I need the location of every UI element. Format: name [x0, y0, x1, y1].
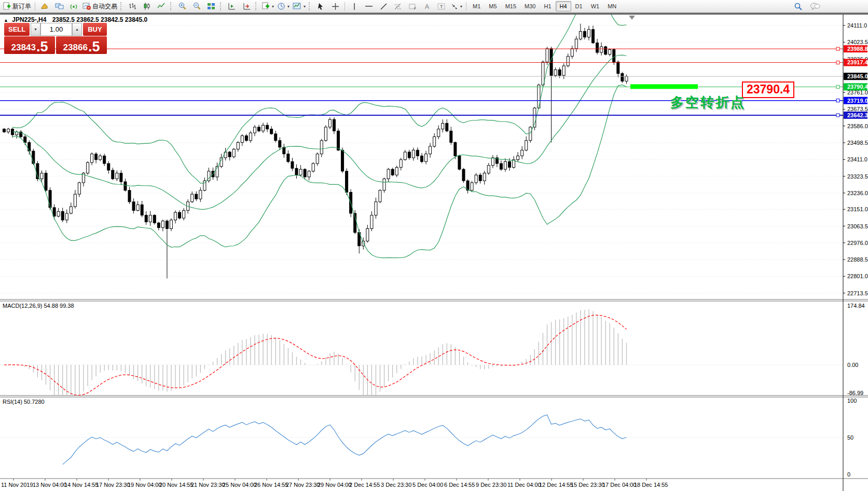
bar-chart-button[interactable] [125, 1, 140, 11]
highlight-bar[interactable] [630, 84, 698, 89]
tile-windows-button[interactable] [204, 1, 218, 11]
candle [562, 66, 565, 75]
candle [604, 47, 607, 54]
volume-decrease-button[interactable]: ▾ [31, 23, 40, 36]
candlestick-chart-button[interactable] [140, 1, 154, 11]
candle [245, 136, 247, 141]
toolbar-grip [255, 2, 258, 10]
toolbar-grip [170, 2, 173, 10]
candle [112, 170, 114, 179]
timeframe-m30[interactable]: M30 [520, 1, 540, 11]
timeframe-d1[interactable]: D1 [571, 1, 587, 11]
time-axis-label: 17 Dec 04:00 [602, 482, 636, 488]
macd-scale-label: 174.84 [847, 303, 865, 309]
candle [199, 190, 202, 199]
vertical-line-tool-button[interactable] [347, 1, 362, 11]
buy-price-box[interactable]: 23866 .5 [56, 36, 107, 54]
zoom-out-button[interactable] [189, 1, 204, 11]
time-axis-label: 25 Nov 04:00 [223, 482, 256, 488]
templates-button[interactable]: ▾ [291, 1, 307, 11]
candle [49, 190, 51, 208]
candle [316, 154, 319, 163]
toolbar-grip [120, 2, 123, 10]
cursor-tool-button[interactable] [313, 1, 328, 11]
sell-price-box[interactable]: 23843 .5 [4, 36, 55, 54]
price-tick-label: 22976.0 [847, 240, 868, 246]
auto-scroll-button[interactable] [225, 1, 239, 11]
macd-indicator-label: MACD(12,26,9) 54.88 99.38 [3, 303, 74, 309]
divider [466, 2, 466, 11]
candle [450, 131, 452, 142]
candle [462, 169, 465, 181]
terminal-button[interactable] [52, 1, 66, 11]
crosshair-icon [332, 3, 339, 10]
candle [124, 182, 127, 190]
text-tool-button[interactable]: A [420, 1, 434, 11]
candle [387, 169, 390, 179]
chart-shift-button[interactable] [239, 1, 254, 11]
candle [107, 163, 110, 170]
buy-price-fraction: .5 [88, 42, 100, 53]
level-anchor[interactable] [836, 61, 839, 64]
price-axis-label-text: 23988.8 [847, 46, 868, 52]
candle [291, 161, 294, 168]
timeframe-h4[interactable]: H4 [556, 1, 571, 11]
price-tick-label: 24023.5 [847, 39, 868, 45]
candle [7, 129, 10, 132]
time-axis-label: 20 Nov 14:55 [159, 482, 193, 488]
line-chart-button[interactable] [154, 1, 169, 11]
channel-tool-button[interactable]: F [405, 1, 420, 11]
chat-icon[interactable] [810, 2, 820, 10]
fibonacci-tool-button[interactable] [391, 1, 405, 11]
level-anchor[interactable] [836, 47, 839, 50]
zoom-in-button[interactable] [175, 1, 189, 11]
timeframe-w1[interactable]: W1 [587, 1, 604, 11]
level-anchor[interactable] [836, 114, 839, 117]
time-axis-label: 12 Dec 14:55 [539, 482, 573, 488]
indicators-button[interactable]: ▾ [260, 1, 275, 11]
price-tick-label: 23323.5 [847, 173, 868, 180]
new-order-button[interactable]: 新订单 [1, 1, 33, 11]
toolbar-grip [309, 2, 312, 10]
search-icon[interactable] [794, 2, 803, 11]
chart-canvas[interactable]: 24111.024023.523936.023761.023673.523586… [0, 0, 868, 491]
candle [487, 166, 490, 173]
price-callout-box[interactable]: 23790.4 [742, 81, 794, 98]
label-tool-button[interactable]: T [434, 1, 449, 11]
collapse-panel-icon[interactable]: ▲ [4, 18, 8, 23]
candle [132, 202, 135, 211]
chart-shift-marker[interactable] [629, 16, 635, 20]
crosshair-tool-button[interactable] [328, 1, 342, 11]
new-chart-button[interactable] [37, 1, 52, 11]
timeframe-m15[interactable]: M15 [501, 1, 520, 11]
horizontal-line-tool-button[interactable] [362, 1, 376, 11]
candle [232, 149, 235, 157]
timeframe-m5[interactable]: M5 [485, 1, 501, 11]
trendline-tool-button[interactable] [376, 1, 391, 11]
arrows-tool-button[interactable]: ▾ [449, 1, 464, 11]
level-anchor[interactable] [836, 85, 839, 88]
candle [521, 150, 523, 156]
buy-button[interactable]: BUY [83, 23, 107, 36]
sell-button[interactable]: SELL [4, 23, 30, 36]
periods-button[interactable]: ▾ [275, 1, 291, 11]
candle [178, 212, 181, 218]
price-tick-label: 22801.0 [847, 273, 868, 279]
time-axis-label: 27 Nov 23:30 [286, 482, 320, 488]
candle [254, 127, 256, 133]
signals-button[interactable] [66, 1, 81, 11]
timeframe-mn[interactable]: MN [603, 1, 621, 11]
auto-scroll-icon [228, 2, 236, 10]
svg-text:A: A [425, 3, 429, 10]
toolbar-right-group [794, 2, 820, 11]
price-tick-label: 23673.5 [847, 106, 868, 112]
timeframe-m1[interactable]: M1 [469, 1, 485, 11]
candle [145, 215, 147, 222]
volume-increase-button[interactable]: ▴ [72, 23, 82, 36]
level-anchor[interactable] [836, 99, 839, 102]
volume-input[interactable]: 1.00 [40, 23, 72, 36]
autotrading-button[interactable]: 自动交易 [81, 1, 119, 11]
candle [166, 221, 168, 229]
timeframe-h1[interactable]: H1 [540, 1, 555, 11]
candle [370, 215, 373, 229]
